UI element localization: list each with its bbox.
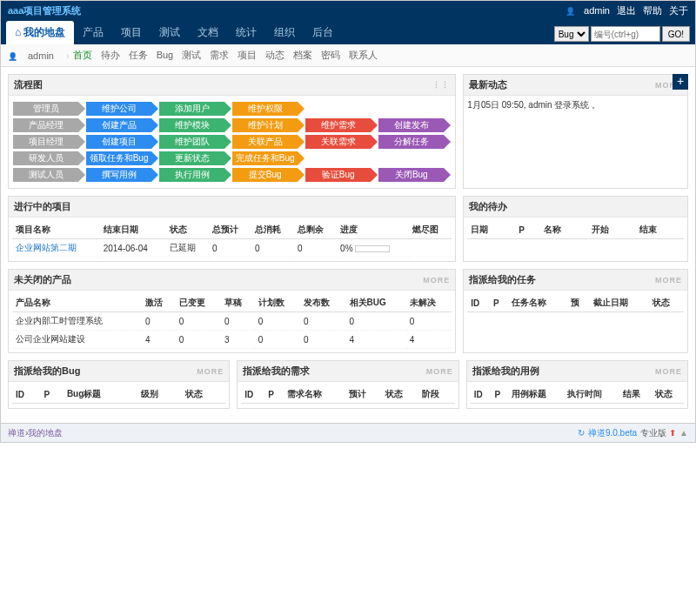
flow-step[interactable]: 添加用户 — [159, 102, 224, 116]
column-header: 需求名称 — [284, 385, 346, 404]
column-header: 预计 — [345, 385, 382, 404]
menu-tab-6[interactable]: 组织 — [265, 21, 304, 44]
flow-step[interactable]: 关联需求 — [305, 135, 371, 149]
flow-step[interactable]: 维护需求 — [305, 118, 371, 132]
column-header: P — [515, 221, 540, 239]
add-button[interactable]: + — [673, 74, 688, 90]
footer-brand[interactable]: 禅道 — [8, 427, 25, 439]
news-item: 1月05日 09:50, admin 登录系统 。 — [467, 99, 684, 111]
flow-step[interactable]: 管理员 — [13, 102, 78, 116]
column-header: 发布数 — [300, 294, 345, 312]
more-link[interactable]: MORE — [426, 367, 453, 376]
column-header: 状态 — [182, 385, 225, 404]
news-panel: + 最新动态MORE 1月05日 09:50, admin 登录系统 。 — [463, 74, 688, 189]
logout-link[interactable]: 退出 — [617, 4, 636, 17]
subnav-item[interactable]: 任务 — [129, 50, 148, 60]
flow-step[interactable]: 维护团队 — [159, 135, 224, 149]
column-header: 激活 — [142, 294, 176, 312]
flow-step[interactable]: 提交Bug — [232, 168, 298, 182]
subnav-item[interactable]: 测试 — [182, 50, 201, 60]
flow-step[interactable]: 更新状态 — [159, 151, 224, 165]
flow-step[interactable]: 关闭Bug — [378, 168, 444, 182]
flow-step[interactable]: 执行用例 — [159, 168, 224, 182]
menu-tab-5[interactable]: 统计 — [227, 21, 265, 44]
menu-tab-0[interactable]: ⌂我的地盘 — [6, 21, 74, 44]
flow-step[interactable]: 分解任务 — [378, 135, 444, 149]
panel-drag-icon[interactable]: ⋮⋮ — [432, 81, 450, 90]
chevron-right-icon: › — [66, 50, 70, 61]
column-header: 燃尽图 — [409, 221, 452, 239]
help-link[interactable]: 帮助 — [643, 4, 662, 17]
user-icon — [566, 5, 577, 16]
search-go-button[interactable]: GO! — [662, 26, 690, 42]
column-header: P — [492, 385, 508, 404]
more-link[interactable]: MORE — [197, 367, 224, 376]
column-header: 总消耗 — [251, 221, 294, 239]
footer-page[interactable]: 我的地盘 — [28, 427, 63, 439]
subnav-item[interactable]: 密码 — [321, 50, 340, 60]
flow-step[interactable]: 维护权限 — [232, 102, 298, 116]
panel-title: 指派给我的用例 — [472, 365, 655, 378]
table-row: 企业网站第二期2014-06-04已延期0000% — [12, 239, 452, 258]
flow-step[interactable]: 创建发布 — [378, 118, 444, 132]
flow-step[interactable]: 维护模块 — [159, 118, 224, 132]
refresh-icon[interactable]: ↻ — [578, 428, 585, 438]
flow-step[interactable]: 研发人员 — [13, 151, 78, 165]
column-header: ID — [471, 385, 492, 404]
flow-step[interactable]: 关联产品 — [232, 135, 298, 149]
column-header: 状态 — [382, 385, 418, 404]
subnav-item[interactable]: 动态 — [265, 50, 284, 60]
flow-step[interactable]: 创建产品 — [86, 118, 151, 132]
flow-step[interactable]: 维护计划 — [232, 118, 298, 132]
menu-tab-2[interactable]: 项目 — [112, 21, 151, 44]
flow-step[interactable]: 完成任务和Bug — [232, 151, 298, 165]
about-link[interactable]: 关于 — [669, 4, 688, 17]
project-link[interactable]: 企业网站第二期 — [16, 243, 77, 252]
subnav-item[interactable]: 需求 — [210, 50, 229, 60]
flow-step[interactable]: 撰写用例 — [86, 168, 151, 182]
column-header: 结束 — [636, 221, 684, 239]
flowchart-panel: 流程图⋮⋮ 管理员维护公司添加用户维护权限产品经理创建产品维护模块维护计划维护需… — [8, 74, 456, 189]
flow-step[interactable]: 维护公司 — [86, 102, 151, 116]
flow-step[interactable]: 验证Bug — [305, 168, 371, 182]
footer: 禅道 › 我的地盘 ↻ 禅道9.0.beta 专业版 ⬆ ▲ — [1, 423, 695, 442]
panel-title: 我的待办 — [469, 200, 682, 213]
breadcrumb-user[interactable]: admin — [28, 50, 54, 61]
flow-step[interactable]: 领取任务和Bug — [86, 151, 151, 165]
flow-step[interactable]: 创建项目 — [86, 135, 151, 149]
column-header: ID — [12, 385, 40, 404]
mybug-panel: 指派给我的BugMORE IDPBug标题级别状态 — [8, 360, 230, 409]
subnav-item[interactable]: 联系人 — [349, 50, 378, 60]
ongoing-projects-panel: 进行中的项目 项目名称结束日期状态总预计总消耗总剩余进度燃尽图 企业网站第二期2… — [8, 196, 456, 262]
menu-tab-4[interactable]: 文档 — [189, 21, 227, 44]
panel-title: 指派给我的Bug — [14, 365, 197, 378]
subnav-item[interactable]: 待办 — [101, 50, 120, 60]
search-type-select[interactable]: Bug — [554, 26, 589, 42]
menu-tab-3[interactable]: 测试 — [151, 21, 189, 44]
flow-step[interactable]: 测试人员 — [13, 168, 78, 182]
column-header: 结果 — [619, 385, 652, 404]
news-title: 最新动态 — [469, 78, 655, 91]
user-link[interactable]: admin — [584, 5, 610, 16]
column-header: P — [264, 385, 284, 404]
menu-tab-7[interactable]: 后台 — [304, 21, 342, 44]
subnav-item[interactable]: 首页 — [73, 50, 92, 60]
column-header: 任务名称 — [508, 294, 567, 312]
scroll-top-icon[interactable]: ⬆ — [669, 428, 676, 438]
more-link[interactable]: MORE — [655, 276, 682, 285]
panel-title: 未关闭的产品 — [14, 273, 423, 286]
flow-step[interactable]: 项目经理 — [13, 135, 78, 149]
column-header: 进度 — [337, 221, 409, 239]
subnav-item[interactable]: 项目 — [238, 50, 257, 60]
menu-tab-1[interactable]: 产品 — [74, 21, 112, 44]
column-header: 截止日期 — [590, 294, 649, 312]
subnav-item[interactable]: Bug — [157, 50, 174, 60]
flow-step[interactable]: 产品经理 — [13, 118, 78, 132]
more-link[interactable]: MORE — [423, 276, 450, 285]
search-input[interactable] — [591, 26, 660, 42]
flowchart-title: 流程图 — [14, 78, 432, 91]
subnav-item[interactable]: 档案 — [293, 50, 312, 60]
user-icon — [8, 50, 19, 61]
collapse-icon[interactable]: ▲ — [679, 428, 688, 438]
more-link[interactable]: MORE — [655, 367, 682, 376]
